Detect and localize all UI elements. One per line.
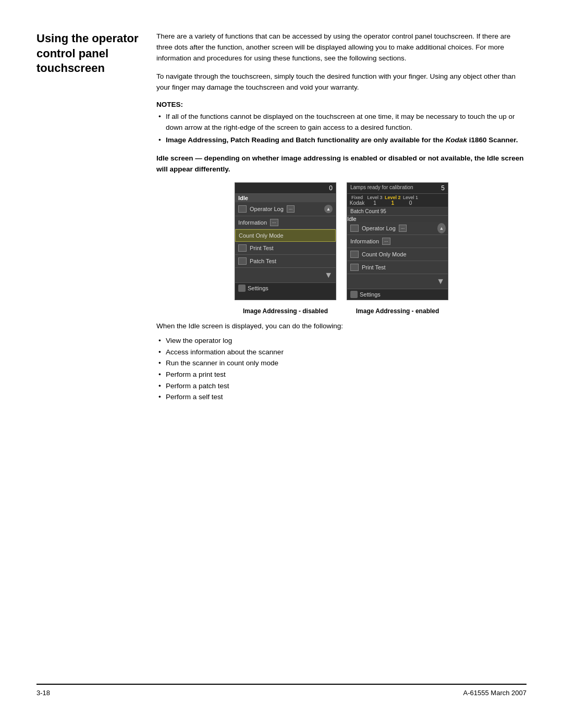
idle-bullet-2: Access information about the scanner [156, 347, 527, 358]
scanner-content-right: Idle Operator Log ··· ▲ Information ··· [347, 216, 448, 289]
menu-item-count-only-right[interactable]: Count Only Mode [347, 248, 448, 261]
idle-bullet-4: Perform a print test [156, 369, 527, 380]
scanner-bottom-right: Settings [347, 289, 448, 300]
paragraph-2: To navigate through the touchscreen, sim… [156, 71, 527, 93]
right-column: There are a variety of functions that ca… [151, 31, 527, 684]
idle-label-right: Idle [347, 216, 448, 222]
scroll-down-icon-right[interactable]: ▼ [436, 277, 445, 286]
menu-item-operator-log-right[interactable]: Operator Log ··· ▲ [347, 222, 448, 235]
level-fixed: Fixed Kodak [349, 195, 365, 206]
menu-icon-patch [238, 257, 247, 265]
scroll-icon-right: ▲ [437, 223, 446, 233]
menu-icon-count [350, 251, 359, 258]
idle-bullets-list: View the operator log Access information… [156, 335, 527, 403]
scanner-content-left: Idle Operator Log ··· ▲ Information ··· [235, 194, 336, 282]
paragraph-1: There are a variety of functions that ca… [156, 31, 527, 64]
settings-icon-right [350, 291, 358, 298]
level-1: Level 1 0 [403, 195, 419, 206]
scroll-area-right: ▼ [347, 274, 448, 289]
left-column: Using the operator control panel touchsc… [36, 31, 151, 684]
caption-disabled: Image Addressing - disabled [235, 307, 336, 315]
menu-icon [238, 205, 247, 213]
caption-enabled: Image Addressing - enabled [347, 307, 448, 315]
idle-bullet-5: Perform a patch test [156, 380, 527, 392]
settings-icon-left [238, 285, 246, 292]
note-2: Image Addressing, Patch Reading and Batc… [156, 135, 527, 146]
section-title: Using the operator control panel touchsc… [36, 31, 141, 76]
idle-bullet-6: Perform a self test [156, 391, 527, 403]
footer-doc-ref: A-61555 March 2007 [463, 689, 527, 697]
note-1: If all of the functions cannot be displa… [156, 112, 527, 133]
scanner-top-bar-right: Lamps ready for calibration 5 [347, 183, 448, 194]
scanner-counter-left: 0 [235, 183, 336, 194]
menu-item-operator-log-left[interactable]: Operator Log ··· ▲ [235, 202, 336, 216]
idle-label-left: Idle [235, 194, 336, 202]
scanner-captions: Image Addressing - disabled Image Addres… [156, 307, 527, 315]
notes-list: If all of the functions cannot be displa… [156, 112, 527, 146]
menu-item-information-right[interactable]: Information ··· [347, 235, 448, 248]
page: Using the operator control panel touchsc… [0, 0, 563, 728]
level-3: Level 3 1 [367, 195, 383, 206]
scroll-icon: ▲ [324, 205, 333, 213]
batch-count: Batch Count 95 [347, 207, 448, 216]
idle-bullet-1: View the operator log [156, 335, 527, 347]
when-idle-text: When the Idle screen is displayed, you c… [156, 322, 527, 330]
idle-bullet-3: Run the scanner in count only mode [156, 357, 527, 369]
menu-item-count-only-left[interactable]: Count Only Mode [235, 229, 336, 242]
footer-page-number: 3-18 [36, 689, 50, 697]
footer: 3-18 A-61555 March 2007 [36, 684, 527, 697]
scanner-mockups: 0 Idle Operator Log ··· ▲ Info [156, 182, 527, 300]
menu-item-print-test-right[interactable]: Print Test [347, 261, 448, 274]
menu-icon-print-right [350, 264, 359, 271]
scroll-down-icon[interactable]: ▼ [324, 270, 333, 280]
scanner-disabled: 0 Idle Operator Log ··· ▲ Info [235, 182, 336, 300]
scroll-area-left: ▼ [235, 268, 336, 282]
menu-item-information-left[interactable]: Information ··· [235, 216, 336, 229]
content-area: Using the operator control panel touchsc… [36, 31, 527, 684]
scanner-bottom-left: Settings [235, 282, 336, 293]
menu-item-patch-test-left[interactable]: Patch Test [235, 255, 336, 268]
scanner-enabled: Lamps ready for calibration 5 Fixed Koda… [347, 182, 448, 300]
menu-icon-print [238, 244, 247, 252]
menu-icon-right [350, 225, 359, 232]
menu-item-print-test-left[interactable]: Print Test [235, 242, 336, 255]
level-2: Level 2 1 [385, 195, 401, 206]
idle-screen-description: Idle screen — depending on whether image… [156, 153, 527, 175]
level-bar: Fixed Kodak Level 3 1 Level 2 1 Level [347, 194, 448, 207]
notes-label: NOTES: [156, 101, 527, 108]
